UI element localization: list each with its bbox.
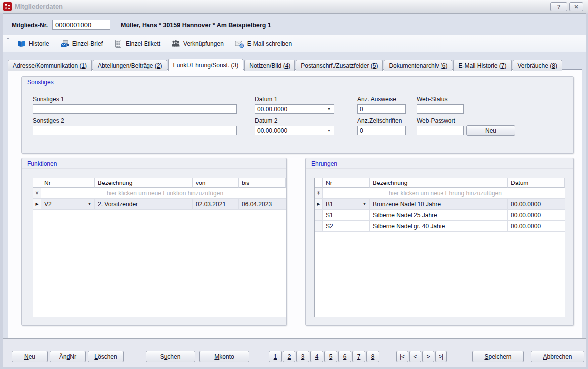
col-nr[interactable]: Nr bbox=[41, 178, 95, 188]
funktionen-header-row: Nr Bezeichnung von bis bbox=[33, 178, 286, 188]
speichern-button[interactable]: Speichern bbox=[472, 351, 524, 362]
cell-nr[interactable]: V2▼ bbox=[41, 199, 95, 210]
cell-bezeichnung[interactable]: Silberne Nadel 25 Jahre bbox=[370, 210, 508, 221]
label-icon bbox=[114, 39, 123, 48]
nav-last-button[interactable]: >| bbox=[435, 351, 447, 362]
page-1-button[interactable]: 1 bbox=[269, 351, 282, 362]
toolbar-email-schreiben-button[interactable]: @ E-Mail schreiben bbox=[235, 39, 292, 48]
btn-label: chen bbox=[167, 353, 180, 360]
tab-funkt-ehrung-sonst[interactable]: Funkt./Ehrung/Sonst. (3) bbox=[168, 59, 244, 71]
chevron-down-icon[interactable]: ▼ bbox=[327, 129, 331, 132]
btn-label: Än bbox=[59, 353, 67, 360]
cell-datum[interactable]: 00.00.0000 bbox=[508, 221, 565, 232]
page-4-button[interactable]: 4 bbox=[310, 351, 323, 362]
page-6-button[interactable]: 6 bbox=[338, 351, 351, 362]
funktionen-row-v2[interactable]: ▶ V2▼ 2. Vorsitzender 02.03.2021 06.04.2… bbox=[33, 199, 286, 210]
tab-adresse-kommunikation[interactable]: Adresse/Kommunikation (1) bbox=[8, 60, 92, 71]
tab-email-historie[interactable]: E-Mail Historie (7) bbox=[453, 60, 511, 71]
anz-ausweise-input[interactable] bbox=[357, 104, 406, 114]
cell-bezeichnung[interactable]: 2. Vorsitzender bbox=[95, 199, 193, 210]
col-datum[interactable]: Datum bbox=[508, 178, 565, 188]
title-bar[interactable]: Mitgliederdaten ? ✕ bbox=[0, 0, 588, 13]
tab-strip: Adresse/Kommunikation (1) Abteilungen/Be… bbox=[8, 58, 563, 71]
sonstiges2-input[interactable] bbox=[33, 126, 237, 135]
aendnr-button[interactable]: ÄndNr bbox=[50, 351, 86, 362]
help-button[interactable]: ? bbox=[550, 2, 567, 11]
toolbar-grip[interactable] bbox=[7, 38, 9, 49]
cell-bezeichnung[interactable]: Silberne Nadel gr. 40 Jahre bbox=[370, 221, 508, 232]
cell-bis[interactable]: 06.04.2023 bbox=[239, 199, 286, 210]
neu-button[interactable]: Neu bbox=[12, 351, 48, 362]
page-2-button[interactable]: 2 bbox=[283, 351, 295, 362]
toolbar-einzel-brief-button[interactable]: Einzel-Brief bbox=[60, 39, 103, 48]
svg-text:@: @ bbox=[240, 44, 243, 48]
tab-label: Dokumentenarchiv ( bbox=[389, 62, 442, 69]
tab-verbraeuche[interactable]: Verbräuche (8) bbox=[513, 60, 562, 71]
btn-accel: N bbox=[24, 353, 29, 360]
cell-bezeichnung[interactable]: Bronzene Nadel 10 Jahre bbox=[370, 199, 508, 210]
nav-next-button[interactable]: > bbox=[422, 351, 434, 362]
col-nr[interactable]: Nr bbox=[323, 178, 370, 188]
mkonto-button[interactable]: Mkonto bbox=[199, 351, 249, 362]
datum1-combobox[interactable]: 00.00.0000 ▼ bbox=[255, 104, 334, 114]
ehrungen-row-s2[interactable]: S2 Silberne Nadel gr. 40 Jahre 00.00.000… bbox=[315, 221, 565, 232]
tab-dokumentenarchiv[interactable]: Dokumentenarchiv (6) bbox=[384, 60, 452, 71]
nav-prev-button[interactable]: < bbox=[409, 351, 421, 362]
page-7-button[interactable]: 7 bbox=[352, 351, 365, 362]
new-row-hint[interactable]: hier klicken um neue Funktion hinzuzufüg… bbox=[41, 188, 286, 199]
group-header bbox=[306, 158, 573, 169]
web-passwort-input[interactable] bbox=[417, 126, 464, 135]
web-status-input[interactable] bbox=[417, 104, 464, 114]
ehrungen-row-b1[interactable]: ▶ B1▼ Bronzene Nadel 10 Jahre 00.00.0000 bbox=[315, 199, 565, 210]
ehrungen-new-row[interactable]: ✳ hier klicken um neue Ehrung hinzuzufüg… bbox=[315, 188, 565, 199]
tab-label: ) bbox=[288, 62, 290, 69]
suchen-button[interactable]: Suchen bbox=[146, 351, 195, 362]
ehrungen-row-s1[interactable]: S1 Silberne Nadel 25 Jahre 00.00.0000 bbox=[315, 210, 565, 221]
cell-datum[interactable]: 00.00.0000 bbox=[508, 210, 565, 221]
tab-postanschrf-zusatzfelder[interactable]: Postanschrf./Zusatzfelder (5) bbox=[296, 60, 383, 71]
new-row-hint[interactable]: hier klicken um neue Ehrung hinzuzufügen bbox=[323, 188, 565, 199]
client-area: Mitglieds-Nr. Müller, Hans * 30159 Hanno… bbox=[3, 13, 586, 367]
funktionen-table: Nr Bezeichnung von bis ✳ hier klicken um… bbox=[33, 178, 286, 317]
tab-abteilungen-beitraege[interactable]: Abteilungen/Beiträge (2) bbox=[93, 60, 167, 71]
loeschen-button[interactable]: Löschen bbox=[88, 351, 124, 362]
triangle-right-icon: ▶ bbox=[317, 202, 320, 206]
sonstiges1-input[interactable] bbox=[33, 104, 237, 114]
page-8-button[interactable]: 8 bbox=[366, 351, 379, 362]
cell-nr[interactable]: S1 bbox=[323, 210, 370, 221]
toolbar-label: Verknüpfungen bbox=[183, 40, 224, 47]
tab-accel: 5 bbox=[373, 62, 376, 69]
toolbar-historie-button[interactable]: Historie bbox=[17, 39, 49, 48]
funktionen-group: Funktionen Nr Bezeichnung von bis ✳ hier… bbox=[21, 158, 287, 326]
chevron-down-icon[interactable]: ▼ bbox=[327, 107, 331, 111]
tab-label: Funkt./Ehrung/Sonst. ( bbox=[173, 62, 233, 69]
chevron-down-icon[interactable]: ▼ bbox=[88, 202, 91, 206]
tab-label: ) bbox=[85, 62, 87, 69]
datum2-combobox[interactable]: 00.00.0000 ▼ bbox=[255, 126, 334, 135]
abbrechen-button[interactable]: Abbrechen bbox=[531, 351, 584, 362]
tab-notizen-bild[interactable]: Notizen/Bild (4) bbox=[244, 60, 295, 71]
anz-zeitschriften-input[interactable] bbox=[357, 126, 406, 135]
group-header bbox=[22, 77, 573, 87]
cell-nr[interactable]: B1▼ bbox=[323, 199, 370, 210]
chevron-down-icon[interactable]: ▼ bbox=[363, 202, 366, 206]
web-passwort-neu-button[interactable]: Neu bbox=[466, 125, 515, 136]
cell-von[interactable]: 02.03.2021 bbox=[193, 199, 239, 210]
close-button[interactable]: ✕ bbox=[569, 2, 583, 11]
member-no-input[interactable] bbox=[52, 20, 110, 30]
cell-nr[interactable]: S2 bbox=[323, 221, 370, 232]
col-bezeichnung[interactable]: Bezeichnung bbox=[370, 178, 508, 188]
nav-first-button[interactable]: |< bbox=[396, 351, 408, 362]
funktionen-new-row[interactable]: ✳ hier klicken um neue Funktion hinzuzuf… bbox=[33, 188, 286, 199]
cell-datum[interactable]: 00.00.0000 bbox=[508, 199, 565, 210]
col-bis[interactable]: bis bbox=[239, 178, 286, 188]
btn-label: bbrechen bbox=[547, 353, 572, 360]
col-von[interactable]: von bbox=[193, 178, 239, 188]
page-5-button[interactable]: 5 bbox=[324, 351, 337, 362]
toolbar-einzel-etikett-button[interactable]: Einzel-Etikett bbox=[114, 39, 160, 48]
page-3-button[interactable]: 3 bbox=[296, 351, 309, 362]
btn-label: peichern bbox=[488, 353, 511, 360]
col-bezeichnung[interactable]: Bezeichnung bbox=[95, 178, 193, 188]
tab-content-panel: Sonstiges Sonstiges 1 Sonstiges 2 Datum … bbox=[8, 69, 582, 338]
toolbar-verknuepfungen-button[interactable]: Verknüpfungen bbox=[171, 39, 224, 48]
